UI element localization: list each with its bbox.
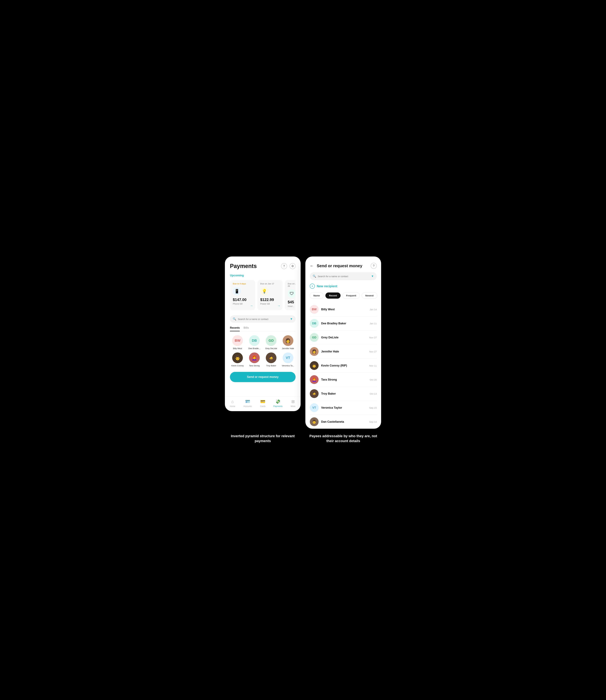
tab-bills[interactable]: Bills [243, 326, 249, 331]
nav-icon-cards: 💳 [260, 399, 265, 404]
nav-icon-more: ⊞ [291, 399, 295, 404]
bottom-nav: ⌂ Home 🪪 Accounts 💳 Cards 💸 Payments ⊞ M… [225, 396, 301, 411]
avatar: 🧔 [266, 352, 277, 363]
recent-person[interactable]: 👩 Jennifer Hale [280, 335, 296, 350]
contact-avatar: GD [310, 333, 319, 342]
person-name: Kevin Conroy [231, 365, 244, 367]
recent-person[interactable]: 👩‍🦰 Tara Strong [247, 352, 262, 367]
contact-avatar: 👩 [310, 347, 319, 356]
bill-arrow-icon: → [277, 304, 280, 307]
nav-item-more[interactable]: ⊞ More [285, 399, 301, 407]
back-button[interactable]: ← [310, 263, 314, 268]
person-name: Veronica Ta... [282, 365, 294, 367]
pill-newest[interactable]: Newest [362, 293, 377, 299]
contact-date: Oct 13 [370, 392, 377, 395]
nav-item-cards[interactable]: 💳 Cards [255, 399, 270, 407]
nav-item-home[interactable]: ⌂ Home [225, 399, 240, 407]
right-caption: Payees addressable by who they are, not … [305, 434, 381, 444]
plus-icon: + [310, 284, 315, 289]
contact-list: BW Billy West Jan 14 DB Dee Bradley Bake… [310, 302, 377, 429]
contact-date: Sep 15 [369, 406, 377, 409]
contact-name: Billy West [321, 308, 367, 311]
contact-item[interactable]: 👩‍🦰 Tara Strong Oct 20 [310, 373, 377, 387]
left-phone: Payments ? ⚙ Upcoming Due in 4 days 📱 $1… [225, 256, 301, 411]
bill-card[interactable]: Due on Jan 20 🛡 $45 Insur... → [285, 280, 296, 310]
contact-date: Jan 14 [370, 308, 377, 311]
pill-recent[interactable]: Recent [325, 293, 341, 299]
page-title: Payments [230, 263, 257, 270]
contact-item[interactable]: 👩 Jennifer Hale Nov 27 [310, 345, 377, 358]
settings-icon[interactable]: ⚙ [289, 263, 296, 269]
right-filter-icon[interactable]: ▼ [371, 275, 374, 278]
bill-icon: 🛡 [288, 289, 296, 298]
left-search-bar[interactable]: 🔍 ▼ [230, 316, 296, 323]
right-search-bar[interactable]: 🔍 ▼ [310, 272, 377, 280]
avatar: GD [266, 335, 277, 346]
contact-date: Oct 20 [370, 378, 377, 381]
tabs-row: Recents Bills [230, 326, 296, 331]
bill-name: Insur... [288, 305, 296, 307]
bill-amount: $147.00 [233, 298, 252, 302]
pill-name[interactable]: Name [310, 293, 324, 299]
contact-item[interactable]: 👨 Kevin Conroy (RIP) Nov 11 [310, 358, 377, 373]
contact-avatar: 👩‍🦰 [310, 375, 319, 384]
left-search-input[interactable] [238, 318, 288, 320]
bill-amount: $45 [288, 300, 296, 304]
person-name: Grey DeLisle [265, 347, 277, 350]
pill-frequent[interactable]: Frequent [343, 293, 360, 299]
contact-item[interactable]: VT Veronica Taylor Sep 15 [310, 401, 377, 415]
contact-item[interactable]: DB Dee Bradley Baker Jan 11 [310, 317, 377, 330]
send-request-button[interactable]: Send or request money [230, 372, 296, 382]
contact-avatar: VT [310, 403, 319, 412]
due-badge: Due on Jan 20 [288, 282, 296, 287]
contact-name: Grey DeLisle [321, 336, 367, 339]
right-search-input[interactable] [318, 275, 369, 278]
contact-item[interactable]: BW Billy West Jan 14 [310, 302, 377, 317]
recent-person[interactable]: BW Billy West [230, 335, 245, 350]
bill-name: Phone bill [233, 303, 252, 305]
contact-avatar: DB [310, 319, 319, 328]
recent-person[interactable]: 🧔 Troy Baker [263, 352, 279, 367]
bills-row: Due in 4 days 📱 $147.00 Phone bill → Due… [230, 280, 296, 310]
recent-person[interactable]: 👨 Kevin Conroy [230, 352, 245, 367]
due-badge: Due on Jan 17 [260, 282, 280, 285]
nav-icon-home: ⌂ [231, 399, 234, 404]
search-icon: 🔍 [233, 317, 236, 321]
nav-item-payments[interactable]: 💸 Payments [270, 399, 285, 407]
caption-row: Inverted pyramid structure for relevant … [216, 434, 390, 444]
nav-icon-payments: 💸 [275, 399, 280, 404]
contact-item[interactable]: 👨 Dan Castellaneta Sep 14 [310, 415, 377, 429]
nav-label-more: More [291, 405, 296, 407]
filter-icon[interactable]: ▼ [290, 318, 293, 321]
contact-date: Nov 27 [369, 350, 377, 353]
recent-person[interactable]: VT Veronica Ta... [280, 352, 296, 367]
avatar: 👩‍🦰 [249, 352, 260, 363]
contact-item[interactable]: 🧔 Troy Baker Oct 13 [310, 387, 377, 401]
person-name: Troy Baker [266, 365, 276, 367]
bill-name: Power bill [260, 303, 280, 305]
help-icon[interactable]: ? [281, 263, 287, 269]
contact-date: Nov 11 [369, 364, 377, 367]
nav-item-accounts[interactable]: 🪪 Accounts [240, 399, 255, 407]
right-header: ← Send or request money ? [310, 263, 377, 269]
filter-pills: NameRecentFrequentNewest [310, 293, 377, 299]
contact-avatar: BW [310, 305, 319, 314]
recent-person[interactable]: DB Dee Bradle... [247, 335, 262, 350]
avatar: 👩 [283, 335, 294, 346]
nav-label-home: Home [230, 405, 235, 407]
new-recipient-button[interactable]: + New recipient [310, 284, 377, 289]
contact-name: Dee Bradley Baker [321, 322, 367, 325]
bill-amount: $122.99 [260, 298, 280, 302]
recents-grid: BW Billy West DB Dee Bradle... GD Grey D… [230, 335, 296, 367]
right-phone: ← Send or request money ? 🔍 ▼ + New reci… [305, 256, 381, 429]
tab-recents[interactable]: Recents [230, 326, 240, 331]
recent-person[interactable]: GD Grey DeLisle [263, 335, 279, 350]
left-caption: Inverted pyramid structure for relevant … [225, 434, 301, 444]
contact-date: Sep 14 [369, 420, 377, 423]
right-help-icon[interactable]: ? [371, 263, 377, 269]
contact-item[interactable]: GD Grey DeLisle Nov 27 [310, 330, 377, 345]
bill-card[interactable]: Due in 4 days 📱 $147.00 Phone bill → [230, 280, 255, 310]
payments-screen: Payments ? ⚙ Upcoming Due in 4 days 📱 $1… [225, 256, 301, 411]
bill-card[interactable]: Due on Jan 17 💡 $122.99 Power bill → [257, 280, 283, 310]
left-header: Payments ? ⚙ [230, 263, 296, 270]
